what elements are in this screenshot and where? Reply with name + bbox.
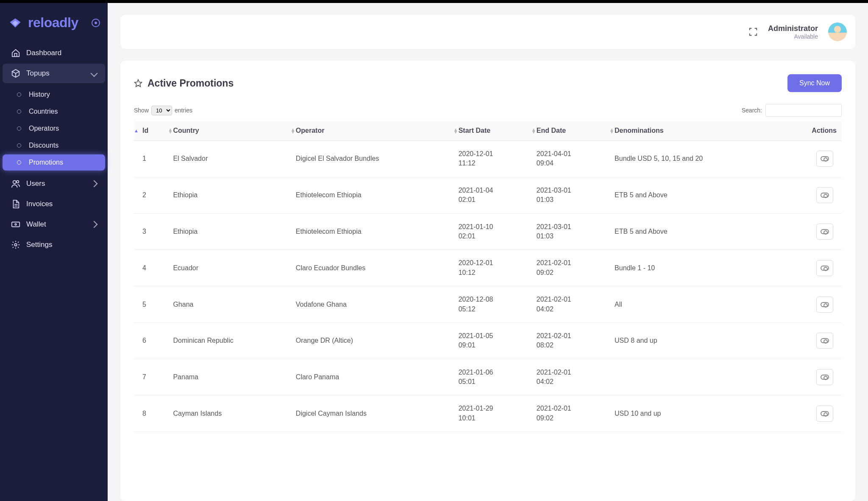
sidebar-item-invoices[interactable]: Invoices xyxy=(3,194,105,214)
main: Administrator Available Active Promotion… xyxy=(108,3,868,501)
cell-end: 2021-04-01 09:04 xyxy=(531,141,609,177)
cell-operator: Vodafone Ghana xyxy=(291,286,453,323)
topbar: Administrator Available xyxy=(120,15,855,49)
view-button[interactable] xyxy=(816,297,833,313)
col-country[interactable]: Country xyxy=(168,121,290,141)
sort-icon[interactable] xyxy=(453,128,458,133)
fullscreen-icon[interactable] xyxy=(748,27,758,36)
bullet-icon xyxy=(17,109,21,114)
cell-country: Ghana xyxy=(168,286,290,323)
brand-name: reloadly xyxy=(28,15,78,31)
promotions-table: Id Country Operator Start Date xyxy=(134,121,842,432)
cell-end: 2021-02-01 09:02 xyxy=(531,250,609,286)
sidebar-sub-history[interactable]: History xyxy=(3,87,105,103)
table-row: 4EcuadorClaro Ecuador Bundles2020-12-01 … xyxy=(134,250,842,286)
sidebar-item-topups[interactable]: Topups xyxy=(3,64,105,83)
view-button[interactable] xyxy=(816,333,833,349)
search-input[interactable] xyxy=(765,104,842,117)
sidebar-item-label: Dashboard xyxy=(26,49,61,57)
view-button[interactable] xyxy=(816,224,833,240)
sort-icon[interactable] xyxy=(168,128,172,133)
cell-actions xyxy=(781,286,842,323)
cell-id: 7 xyxy=(134,359,168,395)
cell-end: 2021-02-01 08:02 xyxy=(531,322,609,359)
col-end-date[interactable]: End Date xyxy=(531,121,609,141)
sidebar-sub-label: Operators xyxy=(29,125,59,132)
users-icon xyxy=(11,179,20,188)
cell-denom: USD 8 and up xyxy=(609,322,781,359)
view-button[interactable] xyxy=(816,260,833,276)
sidebar-item-wallet[interactable]: Wallet xyxy=(3,215,105,234)
cell-end: 2021-02-01 04:02 xyxy=(531,286,609,323)
cell-denom: USD 10 and up xyxy=(609,395,781,432)
chevron-down-icon xyxy=(91,70,98,77)
eye-icon xyxy=(821,229,829,234)
cell-country: Ethiopia xyxy=(168,213,290,250)
cell-country: Panama xyxy=(168,359,290,395)
view-button[interactable] xyxy=(816,406,833,422)
show-entries: Show 10 entries xyxy=(134,106,192,115)
sync-now-button[interactable]: Sync Now xyxy=(787,74,842,92)
user-block[interactable]: Administrator Available xyxy=(768,24,818,40)
chevron-right-icon xyxy=(91,180,98,188)
sort-icon[interactable] xyxy=(291,128,295,133)
table-row: 7PanamaClaro Panama2021-01-06 05:012021-… xyxy=(134,359,842,395)
eye-icon xyxy=(821,411,829,416)
cell-actions xyxy=(781,177,842,213)
cell-id: 2 xyxy=(134,177,168,213)
target-icon[interactable] xyxy=(92,19,100,27)
col-start-date[interactable]: Start Date xyxy=(453,121,531,141)
sidebar-item-settings[interactable]: Settings xyxy=(3,235,105,255)
cell-id: 1 xyxy=(134,141,168,177)
cell-start: 2021-01-10 02:01 xyxy=(453,213,531,250)
table-row: 5GhanaVodafone Ghana2020-12-08 05:122021… xyxy=(134,286,842,323)
table-row: 6Dominican RepublicOrange DR (Altice)202… xyxy=(134,322,842,359)
cell-operator: Claro Panama xyxy=(291,359,453,395)
cell-start: 2020-12-01 10:12 xyxy=(453,250,531,286)
gear-icon xyxy=(11,240,20,249)
sidebar-sub-promotions[interactable]: Promotions xyxy=(3,154,105,171)
col-operator[interactable]: Operator xyxy=(291,121,453,141)
col-denominations[interactable]: Denominations xyxy=(609,121,781,141)
sort-icon[interactable] xyxy=(531,128,536,133)
sidebar-item-dashboard[interactable]: Dashboard xyxy=(3,43,105,63)
cell-actions xyxy=(781,395,842,432)
cell-country: Cayman Islands xyxy=(168,395,290,432)
window-top-strip xyxy=(0,0,868,3)
cell-denom: Bundle USD 5, 10, 15 and 20 xyxy=(609,141,781,177)
cell-end: 2021-03-01 01:03 xyxy=(531,213,609,250)
cell-operator: Ethiotelecom Ethiopia xyxy=(291,213,453,250)
sort-icon[interactable] xyxy=(609,128,614,133)
entries-label: entries xyxy=(175,107,192,114)
cell-id: 4 xyxy=(134,250,168,286)
home-icon xyxy=(11,48,20,58)
cell-start: 2020-12-01 11:12 xyxy=(453,141,531,177)
sidebar-sub-countries[interactable]: Countries xyxy=(3,104,105,120)
view-button[interactable] xyxy=(816,151,833,167)
cell-operator: Digicel Cayman Islands xyxy=(291,395,453,432)
bullet-icon xyxy=(17,160,21,165)
user-name: Administrator xyxy=(768,24,818,33)
view-button[interactable] xyxy=(816,369,833,385)
cell-country: El Salvador xyxy=(168,141,290,177)
cell-start: 2020-12-08 05:12 xyxy=(453,286,531,323)
col-id[interactable]: Id xyxy=(134,121,168,141)
chevron-right-icon xyxy=(91,221,98,228)
bullet-icon xyxy=(17,143,21,148)
view-button[interactable] xyxy=(816,187,833,203)
sort-icon[interactable] xyxy=(134,129,139,132)
show-label: Show xyxy=(134,107,149,114)
table-row: 3EthiopiaEthiotelecom Ethiopia2021-01-10… xyxy=(134,213,842,250)
cell-denom xyxy=(609,359,781,395)
eye-icon xyxy=(821,193,829,198)
avatar[interactable] xyxy=(828,22,847,41)
sidebar-sub-label: Countries xyxy=(29,108,58,115)
brand: reloadly xyxy=(0,15,108,42)
sidebar-item-users[interactable]: Users xyxy=(3,174,105,193)
sidebar-sub-operators[interactable]: Operators xyxy=(3,120,105,137)
sidebar-item-label: Invoices xyxy=(26,200,53,208)
entries-select[interactable]: 10 xyxy=(151,106,172,115)
sidebar-item-label: Users xyxy=(26,179,45,188)
table-row: 8Cayman IslandsDigicel Cayman Islands202… xyxy=(134,395,842,432)
sidebar-sub-discounts[interactable]: Discounts xyxy=(3,137,105,154)
